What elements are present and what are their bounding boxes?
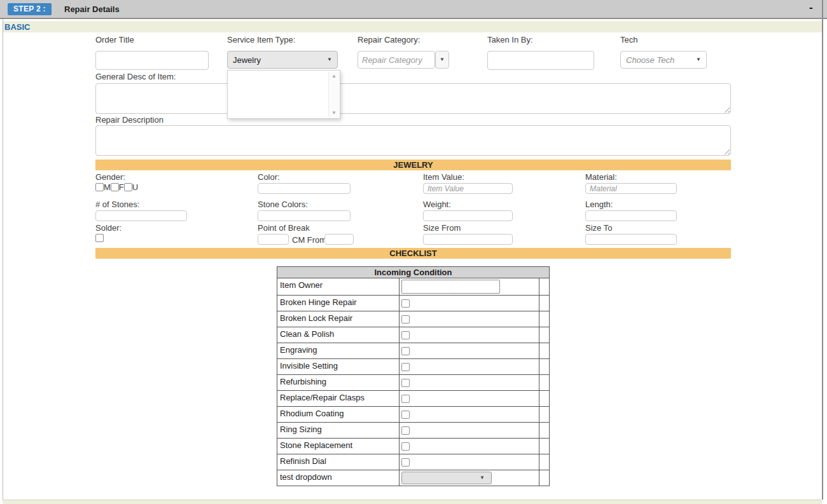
cm-from-input[interactable]	[324, 234, 354, 245]
row-control-cell	[400, 359, 539, 374]
service-item-type-dropdown: ▲ ▼	[227, 70, 340, 119]
tech-select[interactable]: Choose Tech ▼	[620, 51, 707, 69]
chevron-down-icon: ▼	[327, 57, 332, 62]
service-item-type-select[interactable]: Jewelry ▼	[227, 51, 338, 69]
gender-checkbox[interactable]	[95, 183, 104, 191]
order-title-input[interactable]	[95, 51, 209, 70]
repair-description-textarea[interactable]	[95, 125, 731, 156]
gender-options: MFU	[95, 182, 138, 192]
service-item-type-label: Service Item Type:	[227, 35, 295, 44]
panel-right-border	[822, 0, 823, 500]
material-input[interactable]	[585, 183, 677, 194]
panel-bottom-strip	[3, 500, 822, 504]
size-from-input[interactable]	[423, 234, 513, 245]
checklist-checkbox[interactable]	[401, 363, 410, 371]
length-input[interactable]	[585, 210, 677, 221]
service-item-type-options	[228, 72, 329, 112]
row-label: Replace/Repair Clasps	[277, 391, 400, 406]
row-control-cell	[400, 407, 539, 422]
incoming-condition-table: Incoming Condition Item Owner Broken Hin…	[277, 266, 550, 486]
item-value-label: Item Value:	[423, 172, 464, 182]
table-row: Clean & Polish	[277, 327, 549, 343]
table-row: Ring Sizing	[277, 423, 549, 439]
scroll-up-icon[interactable]: ▲	[329, 73, 339, 79]
checklist-checkbox[interactable]	[401, 315, 410, 324]
minimize-icon[interactable]: -	[809, 2, 813, 13]
checklist-checkbox[interactable]	[401, 299, 410, 308]
gender-option-label: F	[119, 182, 124, 192]
test-dropdown-select[interactable]: ▼	[401, 472, 492, 484]
row-label: Refurbishing	[277, 375, 400, 390]
weight-input[interactable]	[423, 210, 513, 221]
table-row: Refinish Dial	[277, 454, 549, 470]
repair-details-page: STEP 2 : Repair Details - BASIC Order Ti…	[0, 0, 827, 504]
table-row: Invisible Setting	[277, 359, 549, 375]
table-row: Broken Lock Repair	[277, 311, 549, 327]
row-control-cell	[400, 296, 539, 311]
item-owner-input[interactable]	[401, 280, 500, 294]
dropdown-scrollbar[interactable]: ▲ ▼	[328, 71, 339, 118]
tech-placeholder: Choose Tech	[626, 55, 674, 65]
gender-checkbox[interactable]	[111, 183, 119, 191]
row-control-cell	[400, 375, 539, 390]
gender-option-label: U	[132, 182, 138, 192]
row-spacer-cell	[539, 407, 547, 422]
table-row: Broken Hinge Repair	[277, 296, 549, 311]
repair-category-dropdown-button[interactable]: ▼	[435, 51, 449, 69]
gender-option[interactable]: F	[111, 182, 124, 192]
general-desc-textarea[interactable]	[95, 83, 731, 114]
panel-left-border	[3, 19, 3, 500]
checklist-checkbox[interactable]	[401, 411, 410, 419]
row-label: Invisible Setting	[277, 359, 400, 374]
size-to-input[interactable]	[585, 234, 677, 245]
checklist-checkbox[interactable]	[401, 331, 410, 339]
row-label: Broken Lock Repair	[277, 311, 400, 327]
scroll-down-icon[interactable]: ▼	[329, 110, 339, 116]
row-label: Refinish Dial	[277, 454, 400, 470]
checklist-checkbox[interactable]	[401, 395, 410, 403]
row-spacer-cell	[539, 343, 547, 358]
row-label: Item Owner	[277, 278, 400, 295]
stone-colors-label: Stone Colors:	[258, 200, 308, 209]
size-to-label: Size To	[585, 223, 612, 233]
gender-checkbox[interactable]	[124, 183, 132, 191]
num-stones-input[interactable]	[95, 210, 187, 221]
row-spacer-cell	[539, 296, 547, 311]
gender-option-label: M	[104, 182, 111, 192]
row-spacer-cell	[539, 278, 547, 295]
checklist-checkbox[interactable]	[401, 442, 410, 451]
gender-option[interactable]: U	[124, 182, 138, 192]
item-value-input[interactable]	[423, 183, 513, 194]
color-input[interactable]	[258, 183, 351, 194]
table-row: Engraving	[277, 343, 549, 359]
material-label: Material:	[585, 172, 617, 182]
checklist-checkbox[interactable]	[401, 458, 410, 467]
table-row: Replace/Repair Clasps	[277, 391, 549, 407]
dropdown-option[interactable]	[228, 86, 329, 99]
checklist-checkbox[interactable]	[401, 379, 410, 387]
row-control-cell: ▼	[400, 470, 539, 486]
basic-section-label: BASIC	[4, 22, 30, 32]
solder-checkbox[interactable]	[95, 234, 104, 242]
stone-colors-input[interactable]	[258, 210, 351, 221]
row-label: Ring Sizing	[277, 423, 400, 438]
checklist-checkbox[interactable]	[401, 426, 410, 435]
point-of-break-input[interactable]	[258, 234, 289, 245]
taken-in-by-input[interactable]	[487, 51, 594, 70]
row-control-cell	[400, 423, 539, 438]
dropdown-option[interactable]	[228, 72, 329, 86]
gender-option[interactable]: M	[95, 182, 111, 192]
repair-category-input[interactable]	[358, 51, 435, 69]
row-spacer-cell	[539, 375, 547, 390]
jewelry-section-header: JEWELRY	[95, 160, 731, 170]
color-label: Color:	[258, 172, 280, 182]
dropdown-option[interactable]	[228, 99, 329, 112]
basic-section-bar: BASIC	[3, 21, 822, 32]
checklist-checkbox[interactable]	[401, 347, 410, 355]
service-item-type-value: Jewelry	[233, 55, 261, 65]
repair-category-label: Repair Category:	[358, 35, 420, 44]
step-badge: STEP 2 :	[8, 3, 52, 15]
incoming-condition-title: Incoming Condition	[277, 267, 549, 278]
row-label: Engraving	[277, 343, 400, 358]
row-label: test dropdown	[277, 470, 400, 486]
